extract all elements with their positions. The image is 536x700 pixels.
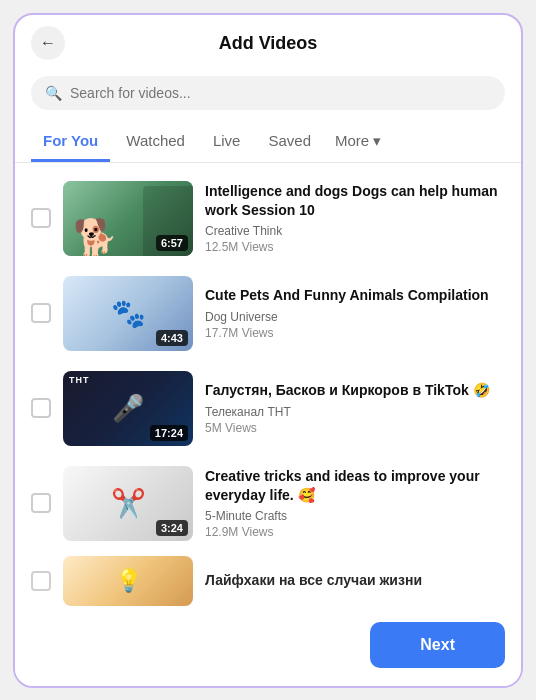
list-item: 🐕 6:57 Intelligence and dogs Dogs can he…	[15, 171, 521, 266]
back-button[interactable]: ←	[31, 26, 65, 60]
tab-live[interactable]: Live	[201, 122, 253, 162]
video-title-1: Intelligence and dogs Dogs can help huma…	[205, 182, 505, 218]
video-thumbnail-3: ТНТ 🎤 17:24	[63, 371, 193, 446]
video-duration-2: 4:43	[156, 330, 188, 346]
video-checkbox-1[interactable]	[31, 208, 51, 228]
video-views-3: 5M Views	[205, 421, 505, 435]
video-channel-3: Телеканал ТНТ	[205, 405, 505, 419]
search-icon: 🔍	[45, 85, 62, 101]
video-duration-3: 17:24	[150, 425, 188, 441]
video-info-1: Intelligence and dogs Dogs can help huma…	[205, 182, 505, 253]
video-views-2: 17.7M Views	[205, 326, 505, 340]
video-title-2: Cute Pets And Funny Animals Compilation	[205, 286, 505, 304]
tab-saved[interactable]: Saved	[256, 122, 323, 162]
video-duration-4: 3:24	[156, 520, 188, 536]
tab-watched[interactable]: Watched	[114, 122, 197, 162]
video-channel-4: 5-Minute Crafts	[205, 509, 505, 523]
next-button[interactable]: Next	[370, 622, 505, 668]
video-info-5: Лайфхаки на все случаи жизни	[205, 571, 505, 589]
search-input[interactable]	[70, 85, 491, 101]
video-info-4: Creative tricks and ideas to improve you…	[205, 467, 505, 538]
video-views-4: 12.9M Views	[205, 525, 505, 539]
list-item: 🐾 4:43 Cute Pets And Funny Animals Compi…	[15, 266, 521, 361]
video-list: 🐕 6:57 Intelligence and dogs Dogs can he…	[15, 163, 521, 610]
video-checkbox-2[interactable]	[31, 303, 51, 323]
modal-footer: Next	[15, 610, 521, 686]
video-channel-1: Creative Think	[205, 224, 505, 238]
video-channel-2: Dog Universe	[205, 310, 505, 324]
video-info-3: Галустян, Басков и Киркоров в TikTok 🤣 Т…	[205, 381, 505, 434]
video-thumbnail-2: 🐾 4:43	[63, 276, 193, 351]
video-thumbnail-4: ✂️ 3:24	[63, 466, 193, 541]
list-item: 💡 Лайфхаки на все случаи жизни	[15, 551, 521, 610]
video-duration-1: 6:57	[156, 235, 188, 251]
video-thumbnail-1: 🐕 6:57	[63, 181, 193, 256]
video-checkbox-5[interactable]	[31, 571, 51, 591]
list-item: ТНТ 🎤 17:24 Галустян, Басков и Киркоров …	[15, 361, 521, 456]
tabs-bar: For You Watched Live Saved More ▾	[15, 122, 521, 163]
list-item: ✂️ 3:24 Creative tricks and ideas to imp…	[15, 456, 521, 551]
search-bar: 🔍	[31, 76, 505, 110]
back-icon: ←	[40, 34, 56, 52]
add-videos-modal: ← Add Videos 🔍 For You Watched Live Save…	[13, 13, 523, 688]
modal-header: ← Add Videos	[15, 15, 521, 68]
video-checkbox-3[interactable]	[31, 398, 51, 418]
modal-title: Add Videos	[219, 33, 318, 54]
tab-for-you[interactable]: For You	[31, 122, 110, 162]
video-title-3: Галустян, Басков и Киркоров в TikTok 🤣	[205, 381, 505, 399]
video-title-4: Creative tricks and ideas to improve you…	[205, 467, 505, 503]
video-views-1: 12.5M Views	[205, 240, 505, 254]
video-title-5: Лайфхаки на все случаи жизни	[205, 571, 505, 589]
chevron-down-icon: ▾	[373, 132, 381, 150]
tab-more[interactable]: More ▾	[327, 122, 389, 163]
video-info-2: Cute Pets And Funny Animals Compilation …	[205, 286, 505, 339]
video-checkbox-4[interactable]	[31, 493, 51, 513]
video-thumbnail-5: 💡	[63, 556, 193, 606]
